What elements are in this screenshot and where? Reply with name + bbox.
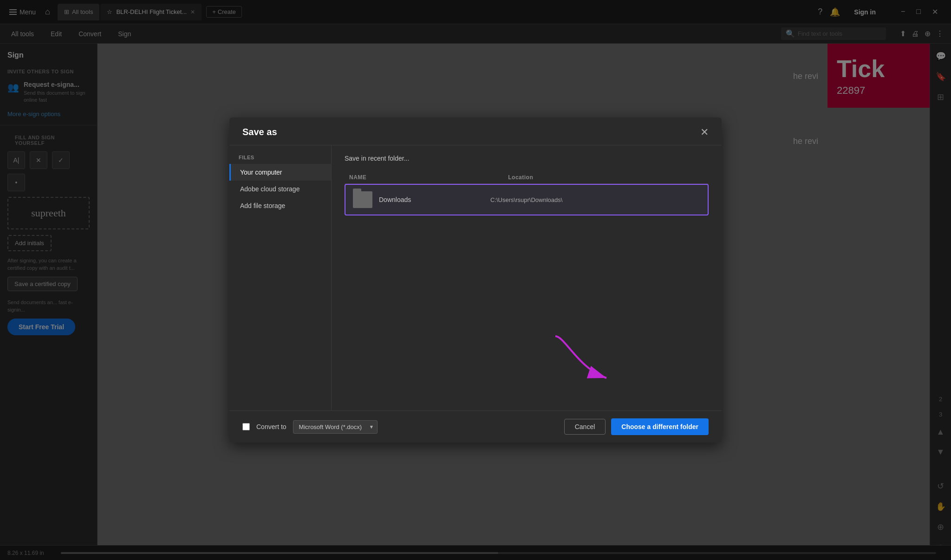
- dialog-main: Save in recent folder... NAME Location: [332, 145, 722, 410]
- cancel-button[interactable]: Cancel: [564, 419, 606, 435]
- name-column-header: NAME: [345, 171, 503, 184]
- save-in-recent-folder[interactable]: Save in recent folder...: [345, 155, 709, 162]
- convert-label: Convert to: [256, 423, 287, 430]
- dialog-title: Save as: [242, 127, 277, 137]
- sidebar-adobe-cloud[interactable]: Adobe cloud storage: [229, 181, 331, 197]
- arrow-area: [345, 215, 709, 401]
- location-column-header: Location: [503, 171, 709, 184]
- format-select[interactable]: Microsoft Word (*.docx) PDF Excel: [293, 420, 378, 434]
- folder-icon: [353, 191, 372, 208]
- dialog-footer: Convert to Microsoft Word (*.docx) PDF E…: [229, 410, 722, 443]
- footer-actions: Cancel Choose a different folder: [564, 418, 709, 435]
- save-as-dialog: Save as ✕ FILES Your computer Adobe clou…: [229, 117, 722, 443]
- arrow-annotation: [551, 332, 616, 387]
- choose-folder-button[interactable]: Choose a different folder: [611, 418, 709, 435]
- dialog-header: Save as ✕: [229, 117, 722, 145]
- dialog-sidebar: FILES Your computer Adobe cloud storage …: [229, 145, 332, 410]
- sidebar-your-computer[interactable]: Your computer: [229, 164, 331, 181]
- dialog-close-button[interactable]: ✕: [700, 127, 709, 137]
- convert-checkbox[interactable]: [242, 423, 250, 430]
- files-section-label: FILES: [229, 153, 331, 164]
- table-row[interactable]: Downloads C:\Users\rsupr\Downloads\: [345, 184, 709, 216]
- dialog-body: FILES Your computer Adobe cloud storage …: [229, 145, 722, 410]
- format-select-wrapper[interactable]: Microsoft Word (*.docx) PDF Excel ▾: [293, 420, 378, 434]
- folder-location: C:\Users\rsupr\Downloads\: [490, 196, 700, 203]
- sidebar-add-storage[interactable]: Add file storage: [229, 197, 331, 214]
- downloads-folder-row[interactable]: Downloads C:\Users\rsupr\Downloads\: [345, 184, 709, 215]
- file-table: NAME Location Downloads C:\Users\rsupr\D…: [345, 171, 709, 215]
- dialog-overlay: Save as ✕ FILES Your computer Adobe clou…: [0, 0, 951, 560]
- folder-name: Downloads: [379, 196, 484, 203]
